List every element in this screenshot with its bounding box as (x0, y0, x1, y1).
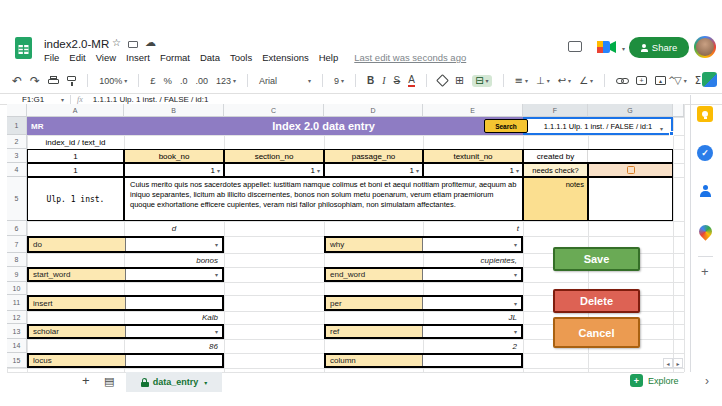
field-per-label: per (326, 297, 423, 309)
selected-caret-icon[interactable]: ▾ (660, 125, 663, 132)
field-do-label: do (29, 238, 126, 251)
field-start-word[interactable]: start_word ▾ (27, 267, 224, 282)
cell-e12-value: JL (423, 311, 523, 324)
row-header-13[interactable]: 13 (7, 324, 27, 339)
field-locus-input[interactable] (126, 355, 222, 366)
field-end-word[interactable]: end_word ▾ (324, 267, 523, 282)
dropdown-caret-icon: ▾ (416, 167, 419, 174)
row-header-5[interactable]: 5 (7, 177, 27, 221)
row-header-3[interactable]: 3 (7, 149, 27, 163)
needs-check-checkbox[interactable] (627, 166, 635, 174)
field-do-input[interactable]: ▾ (126, 238, 222, 251)
tab-data-entry[interactable]: data_entry ▾ (126, 372, 222, 392)
cell-b14-value: 86 (124, 339, 224, 353)
field-per[interactable]: per ▾ (324, 295, 523, 311)
google-sheets-app: index2.0-MR ☆ ☁ File Edit View Insert Fo… (0, 0, 722, 406)
row-header-1[interactable]: 1 (7, 117, 27, 135)
cell-b12-value: Kalb (124, 311, 224, 324)
add-sheet-icon[interactable]: + (82, 373, 90, 388)
dropdown-caret-icon: ▾ (514, 271, 517, 278)
field-ref-input[interactable]: ▾ (423, 326, 521, 337)
row-header-8[interactable]: 8 (7, 253, 27, 267)
dropdown-caret-icon: ▾ (215, 271, 218, 278)
dropdown-caret-icon: ▾ (516, 167, 519, 174)
fill-handle[interactable] (669, 131, 674, 136)
column-header-E[interactable]: E (423, 104, 523, 117)
column-header-D[interactable]: D (324, 104, 423, 117)
scroll-left-button[interactable]: ◂ (663, 358, 673, 368)
cell-source-ref: Ulp. 1 inst. (27, 177, 124, 221)
field-insert-input[interactable] (126, 297, 222, 309)
all-sheets-icon[interactable]: ▤ (104, 376, 114, 387)
column-header-C[interactable]: C (224, 104, 324, 117)
row-header-4[interactable]: 4 (7, 163, 27, 177)
search-button[interactable]: Search (484, 119, 528, 133)
row-header-7[interactable]: 7 (7, 236, 27, 253)
cell-notes-value[interactable] (588, 177, 673, 221)
gridline-horizontal (7, 282, 684, 283)
header-section-no: section_no (224, 149, 324, 163)
field-column[interactable]: column (324, 353, 523, 368)
gridline-vertical (224, 104, 225, 372)
row-header-9[interactable]: 9 (7, 267, 27, 282)
gridline-vertical (523, 104, 524, 372)
cancel-button[interactable]: Cancel (553, 317, 640, 348)
delete-button[interactable]: Delete (553, 289, 640, 313)
row-header-10[interactable]: 10 (7, 282, 27, 295)
column-header-G[interactable]: G (588, 104, 673, 117)
cell-e6-value: t (423, 221, 523, 236)
field-why[interactable]: why ▾ (324, 236, 523, 253)
selected-range-dropdown[interactable]: 1.1.1.1 Ulp. 1 inst. / FALSE / id:1 ▾ (523, 117, 673, 135)
show-side-panel-icon[interactable]: › (705, 374, 709, 388)
row-header-14[interactable]: 14 (7, 339, 27, 353)
cell-a1: MR (27, 117, 124, 135)
row-header-2[interactable]: 2 (7, 135, 27, 149)
protected-lock-icon (141, 378, 149, 387)
select-all-corner[interactable] (7, 104, 27, 117)
row-header-12[interactable]: 12 (7, 311, 27, 324)
gridline-horizontal (7, 221, 684, 222)
cell-e8-value: cupientes, (423, 253, 523, 267)
explore-icon: + (630, 374, 643, 387)
column-header-F[interactable]: F (523, 104, 588, 117)
field-why-input[interactable]: ▾ (423, 238, 521, 251)
sheet-title: Index 2.0 data entry (124, 117, 523, 135)
cell-a2-label: index_id / text_id (27, 135, 124, 149)
field-ref[interactable]: ref ▾ (324, 324, 523, 339)
column-header-A[interactable]: A (27, 104, 124, 117)
field-end-word-input[interactable]: ▾ (423, 269, 521, 280)
field-scholar-input[interactable]: ▾ (126, 326, 222, 337)
cell-needs-check (588, 163, 673, 177)
column-header-B[interactable]: B (124, 104, 224, 117)
field-do[interactable]: do ▾ (27, 236, 224, 253)
gridline-vertical (684, 104, 685, 372)
dropdown-passage-no[interactable]: 1▾ (324, 163, 423, 177)
dropdown-caret-icon: ▾ (317, 167, 320, 174)
save-button[interactable]: Save (553, 247, 640, 271)
row-header-15[interactable]: 15 (7, 353, 27, 368)
dropdown-textunit-no[interactable]: 1▾ (423, 163, 523, 177)
row-header-6[interactable]: 6 (7, 221, 27, 236)
scroll-right-button[interactable]: ▸ (673, 358, 683, 368)
dropdown-book-no[interactable]: 1▾ (124, 163, 224, 177)
field-start-word-input[interactable]: ▾ (126, 269, 222, 280)
field-scholar-label: scholar (29, 326, 126, 337)
explore-button[interactable]: + Explore (630, 374, 679, 387)
field-locus[interactable]: locus (27, 353, 224, 368)
dropdown-caret-icon: ▾ (215, 328, 218, 335)
field-per-input[interactable]: ▾ (423, 297, 521, 309)
row-header-11[interactable]: 11 (7, 295, 27, 311)
tab-caret-icon[interactable]: ▾ (204, 379, 207, 386)
dropdown-section-no[interactable]: 1▾ (224, 163, 324, 177)
cell-index-id: 1 (27, 149, 124, 163)
column-header-sliver[interactable] (673, 104, 684, 117)
field-insert-label: insert (29, 297, 126, 309)
dropdown-caret-icon: ▾ (514, 300, 517, 307)
field-why-label: why (326, 238, 423, 251)
dropdown-caret-icon: ▾ (514, 241, 517, 248)
label-needs-check: needs check? (523, 163, 588, 177)
field-scholar[interactable]: scholar ▾ (27, 324, 224, 339)
field-insert[interactable]: insert (27, 295, 224, 311)
dropdown-caret-icon: ▾ (217, 167, 220, 174)
field-column-input[interactable] (423, 355, 521, 366)
